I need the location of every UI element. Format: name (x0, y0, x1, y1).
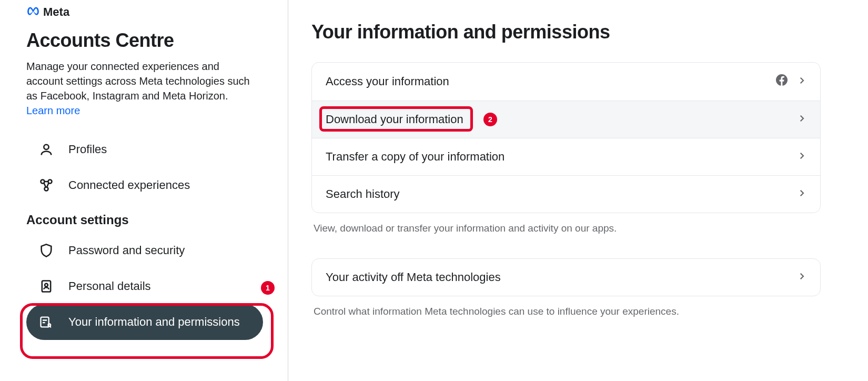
shield-icon (39, 243, 54, 258)
sidebar-item-label: Profiles (68, 143, 107, 156)
row-search-history[interactable]: Search history (312, 176, 820, 213)
annotation-badge-2: 2 (483, 113, 497, 126)
sidebar: Meta Accounts Centre Manage your connect… (0, 0, 288, 381)
row-label: Search history (326, 187, 400, 201)
profile-icon (39, 142, 54, 157)
svg-point-5 (45, 284, 48, 287)
sidebar-section-label: Account settings (26, 213, 288, 227)
connected-icon (39, 178, 54, 193)
info-permissions-icon (39, 315, 54, 329)
brand: Meta (26, 4, 288, 20)
chevron-right-icon (797, 270, 806, 284)
row-label: Your activity off Meta technologies (326, 270, 501, 284)
sidebar-item-profiles[interactable]: Profiles (26, 132, 263, 167)
row-label: Access your information (326, 75, 449, 88)
row-activity-off-meta[interactable]: Your activity off Meta technologies (312, 259, 820, 296)
annotation-badge-1: 1 (261, 281, 275, 295)
caption-info: View, download or transfer your informat… (314, 223, 821, 234)
row-access-your-information[interactable]: Access your information (312, 63, 820, 101)
brand-name: Meta (43, 5, 69, 19)
sidebar-item-password-security[interactable]: Password and security (26, 233, 263, 268)
page-title: Your information and permissions (311, 21, 821, 43)
main-content: Your information and permissions Access … (288, 0, 868, 381)
sidebar-item-personal-details[interactable]: Personal details (26, 268, 263, 304)
chevron-right-icon (797, 113, 806, 126)
sidebar-item-label: Connected experiences (68, 178, 190, 192)
svg-point-0 (44, 145, 48, 149)
chevron-right-icon (797, 75, 806, 88)
sidebar-item-label: Your information and permissions (68, 315, 240, 329)
activity-card: Your activity off Meta technologies (311, 258, 821, 296)
chevron-right-icon (797, 150, 806, 164)
chevron-right-icon (797, 187, 806, 201)
sidebar-title: Accounts Centre (26, 29, 288, 52)
id-card-icon (39, 279, 54, 294)
sidebar-item-label: Personal details (68, 279, 151, 293)
row-transfer-copy[interactable]: Transfer a copy of your information (312, 138, 820, 176)
svg-point-3 (45, 187, 48, 191)
sidebar-subtitle-text: Manage your connected experiences and ac… (26, 61, 250, 102)
info-card: Access your information Download your in… (311, 62, 821, 213)
caption-activity: Control what information Meta technologi… (314, 306, 821, 317)
row-download-your-information[interactable]: Download your information 2 (312, 101, 820, 138)
learn-more-link[interactable]: Learn more (26, 105, 80, 116)
sidebar-item-your-info-permissions[interactable]: Your information and permissions (26, 304, 263, 340)
row-label: Transfer a copy of your information (326, 150, 504, 164)
sidebar-item-label: Password and security (68, 244, 185, 257)
facebook-icon (776, 74, 788, 89)
row-label: Download your information (326, 113, 463, 126)
sidebar-item-connected-experiences[interactable]: Connected experiences (26, 167, 263, 203)
sidebar-subtitle: Manage your connected experiences and ac… (26, 59, 253, 118)
meta-logo-icon (26, 4, 40, 20)
